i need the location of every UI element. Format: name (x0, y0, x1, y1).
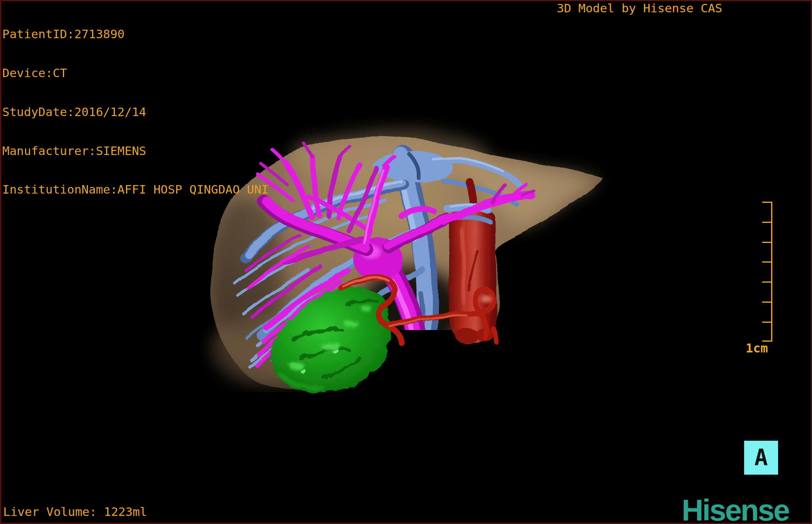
orientation-marker-letter: A (755, 445, 768, 471)
institution-text: InstitutionName:AFFI HOSP QINGDAO UNI (2, 183, 269, 196)
orientation-marker-anterior: A (744, 441, 778, 475)
watermark-text: 3D Model by Hisense CAS (557, 2, 722, 15)
device-text: Device:CT (2, 67, 269, 80)
study-date-text: StudyDate:2016/12/14 (2, 106, 269, 119)
viewer-window: PatientID:2713890 Device:CT StudyDate:20… (0, 0, 812, 524)
liver-volume-text: Liver Volume: 1223ml (3, 505, 147, 519)
patient-info-block: PatientID:2713890 Device:CT StudyDate:20… (2, 2, 269, 222)
hisense-logo: Hisense (682, 493, 789, 524)
patient-id-text: PatientID:2713890 (2, 28, 269, 41)
manufacturer-text: Manufacturer:SIEMENS (2, 145, 269, 158)
